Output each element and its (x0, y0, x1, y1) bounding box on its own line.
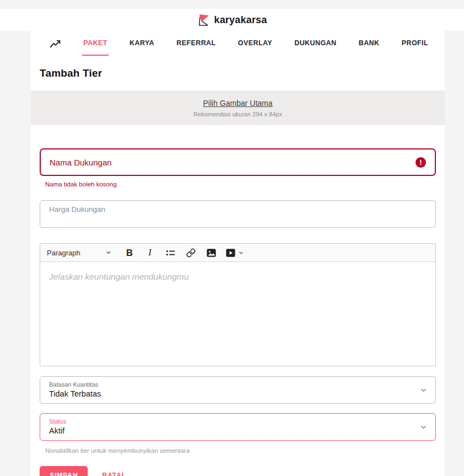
brand-logo[interactable]: karyakarsa (197, 14, 267, 26)
batasan-kuantitas-label: Batasan Kuantitas (49, 381, 413, 388)
chevron-down-icon (419, 386, 428, 394)
tab-bar: PAKET KARYA REFERRAL OVERLAY DUKUNGAN BA… (31, 31, 445, 55)
brand-name: karyakarsa (214, 14, 267, 26)
link-icon (186, 248, 196, 258)
harga-dukungan-input[interactable] (40, 200, 436, 228)
tab-dukungan[interactable]: DUKUNGAN (293, 34, 337, 56)
status-label: Status (49, 418, 413, 425)
upload-size-hint: Rekomendasi ukuran 294 x 84px (193, 111, 282, 117)
deskripsi-editor-body[interactable]: Jelaskan keuntungan mendukungmu (40, 262, 435, 366)
italic-button[interactable]: I (144, 245, 156, 260)
tab-referral[interactable]: REFERRAL (175, 34, 217, 56)
nama-dukungan-label: Nama Dukungan (50, 158, 416, 167)
insert-media-button[interactable] (225, 245, 244, 260)
chevron-down-icon (419, 423, 428, 431)
trending-up-icon (50, 40, 61, 49)
paragraph-format-label: Paragraph (47, 249, 80, 257)
tab-bank[interactable]: BANK (358, 34, 381, 56)
chevron-down-icon (105, 249, 112, 256)
bold-button[interactable]: B (123, 245, 136, 260)
app-header: karyakarsa (0, 9, 464, 31)
pilih-gambar-utama-link[interactable]: Pilih Gambar Utama (203, 99, 272, 108)
batasan-kuantitas-select[interactable]: Batasan Kuantitas Tidak Terbatas (40, 376, 436, 404)
nama-error-message: Nama tidak boleh kosong (45, 181, 436, 188)
tier-form: Nama Dukungan ! Nama tidak boleh kosong … (31, 148, 445, 476)
bullet-list-icon (165, 248, 176, 258)
error-icon: ! (416, 157, 426, 168)
bullet-list-button[interactable] (164, 245, 176, 260)
karyakarsa-logo-icon (197, 14, 209, 26)
tab-overlay[interactable]: OVERLAY (237, 34, 273, 56)
nama-dukungan-field[interactable]: Nama Dukungan ! (40, 148, 436, 176)
video-embed-icon (225, 248, 236, 258)
chevron-down-icon (238, 250, 244, 256)
deskripsi-editor: Paragraph B I (40, 243, 436, 366)
link-button[interactable] (185, 245, 197, 260)
insert-image-button[interactable] (205, 245, 217, 260)
image-icon (206, 248, 217, 258)
tab-paket[interactable]: PAKET (82, 34, 108, 56)
status-helper-text: Nonaktifkan tier untuk menyembunyikan se… (45, 447, 436, 454)
tab-karya[interactable]: KARYA (128, 34, 155, 56)
status-value: Aktif (49, 426, 413, 435)
main-image-upload-area[interactable]: Pilih Gambar Utama Rekomendasi ukuran 29… (31, 90, 445, 125)
paragraph-format-dropdown[interactable]: Paragraph (47, 249, 112, 257)
page-background-strip (0, 0, 464, 9)
editor-toolbar: Paragraph B I (40, 244, 435, 262)
form-actions: SIMPAN BATAL (40, 466, 436, 476)
status-select[interactable]: Status Aktif (40, 413, 436, 441)
simpan-button[interactable]: SIMPAN (40, 466, 88, 476)
tab-statistics[interactable] (48, 34, 62, 55)
deskripsi-placeholder: Jelaskan keuntungan mendukungmu (49, 272, 188, 281)
page-title: Tambah Tier (40, 67, 445, 79)
batasan-kuantitas-value: Tidak Terbatas (49, 389, 413, 398)
content-card: PAKET KARYA REFERRAL OVERLAY DUKUNGAN BA… (31, 31, 445, 476)
batal-button[interactable]: BATAL (102, 472, 126, 476)
tab-profil[interactable]: PROFIL (401, 34, 429, 56)
